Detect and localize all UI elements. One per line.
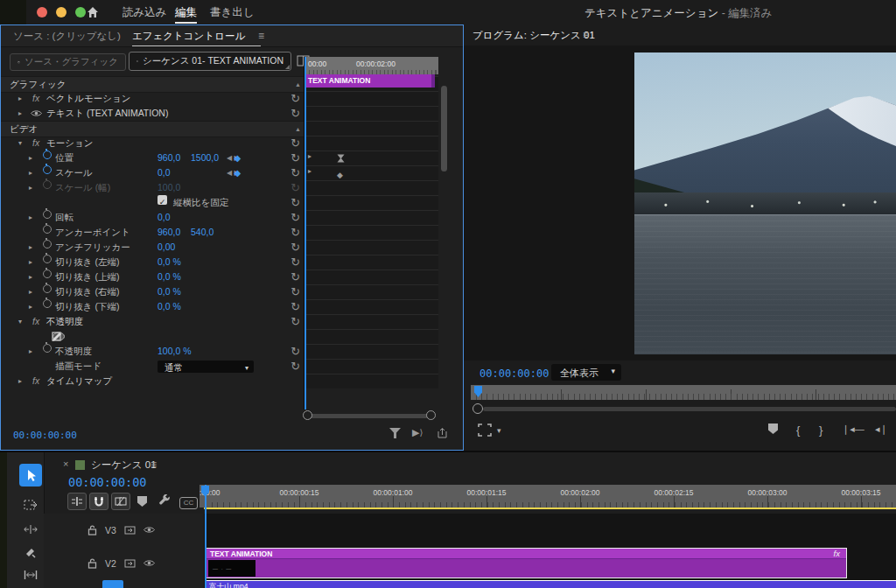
timeline-clip-fujisan[interactable]: 富士山.mp4 xyxy=(206,580,896,588)
ec-row-opacity-effect[interactable]: ▾fx不透明度↺ xyxy=(1,314,305,329)
tab-program-monitor[interactable]: プログラム: シーケンス 01 xyxy=(472,29,595,42)
keyframe-diamond-icon[interactable]: ◆ xyxy=(337,169,343,179)
tab-effect-controls[interactable]: エフェクトコントロール xyxy=(132,30,245,43)
close-tab-icon[interactable]: × xyxy=(63,458,68,469)
timeline-panel-menu-icon[interactable]: ≡ xyxy=(150,458,157,471)
track-select-forward-tool[interactable] xyxy=(19,494,42,515)
ec-row-opacity[interactable]: ▸不透明度100,0 %↺ xyxy=(1,344,305,359)
ec-row-vector-motion[interactable]: ▸fxベクトルモーション↺ xyxy=(1,91,305,106)
close-window-button[interactable] xyxy=(37,7,47,18)
nav-edit[interactable]: 編集 xyxy=(175,5,197,24)
captions-icon[interactable]: CC xyxy=(179,497,198,509)
mark-out-icon[interactable]: } xyxy=(819,424,822,437)
collapse-arrow-icon[interactable]: ▲ xyxy=(295,122,301,136)
source-graphic-button[interactable]: ソース・グラフィック xyxy=(10,53,126,71)
timeline-timecode[interactable]: 00:00:00:00 xyxy=(68,475,146,489)
expander-icon[interactable]: ▾ xyxy=(18,136,22,150)
blend-mode-dropdown[interactable]: 通常▾ xyxy=(158,360,254,373)
slip-tool[interactable] xyxy=(19,564,42,585)
expander-icon[interactable]: ▸ xyxy=(29,240,32,255)
zoom-scrollbar[interactable] xyxy=(307,414,435,418)
vertical-scrollbar[interactable] xyxy=(441,86,447,172)
keyframe-nav[interactable]: ◀ ◆ ▶ xyxy=(227,165,240,180)
param-value[interactable]: 0,0 xyxy=(158,210,171,225)
ripple-edit-tool[interactable] xyxy=(19,519,42,540)
param-value[interactable]: 960,0 xyxy=(158,225,180,240)
reset-icon[interactable]: ↺ xyxy=(290,180,300,195)
filter-properties-icon[interactable] xyxy=(389,428,401,438)
stopwatch-icon[interactable] xyxy=(43,344,52,353)
reset-icon[interactable]: ↺ xyxy=(290,314,300,329)
wrench-icon[interactable] xyxy=(158,494,172,508)
reset-icon[interactable]: ↺ xyxy=(290,359,300,374)
effect-controls-timecode[interactable]: 00:00:00:00 xyxy=(13,430,77,441)
collapse-arrow-icon[interactable]: ▲ xyxy=(295,77,301,92)
expander-icon[interactable]: ▸ xyxy=(29,299,32,314)
source-patch-v1[interactable] xyxy=(102,580,123,588)
sync-lock-icon[interactable] xyxy=(124,559,136,568)
panel-menu-icon[interactable]: ≡ xyxy=(258,30,264,42)
selection-tool[interactable] xyxy=(19,464,42,486)
razor-tool[interactable] xyxy=(19,542,42,563)
param-value[interactable]: 0,0 % xyxy=(158,270,181,284)
param-value[interactable]: 100,0 xyxy=(158,180,180,195)
lane-keyframe-arrow[interactable]: ▸ xyxy=(308,152,312,160)
param-value[interactable]: 960,0 xyxy=(158,150,180,165)
expander-icon[interactable]: ▸ xyxy=(29,255,32,270)
add-marker-icon[interactable] xyxy=(768,424,778,434)
keyframe-lane-area[interactable]: ▸▸◆ xyxy=(305,76,438,388)
export-icon[interactable] xyxy=(437,428,448,438)
expander-icon[interactable]: ▾ xyxy=(18,314,22,329)
visibility-eye-icon[interactable] xyxy=(31,109,42,117)
effect-controls-ruler[interactable]: 00:00 00:00:02:00 xyxy=(305,57,438,74)
step-back-icon[interactable]: ◂❘ xyxy=(875,424,888,435)
reset-icon[interactable]: ↺ xyxy=(290,106,300,121)
toggle-track-output-eye-icon[interactable] xyxy=(144,559,155,567)
stopwatch-icon[interactable] xyxy=(43,210,52,219)
pen-tool[interactable] xyxy=(19,584,42,588)
expander-icon[interactable]: ▸ xyxy=(18,374,22,388)
stopwatch-icon[interactable] xyxy=(43,299,52,308)
stopwatch-icon[interactable] xyxy=(43,180,52,189)
expander-icon[interactable]: ▸ xyxy=(29,284,32,299)
param-value[interactable]: 0,00 xyxy=(158,240,175,255)
param-value[interactable]: 0,0 % xyxy=(158,299,181,314)
lock-icon[interactable] xyxy=(88,558,97,569)
chevron-down-icon[interactable]: ▾ xyxy=(497,426,501,435)
expander-icon[interactable]: ▸ xyxy=(29,180,32,195)
stopwatch-icon[interactable] xyxy=(43,284,52,293)
reset-icon[interactable]: ↺ xyxy=(290,165,300,180)
add-edit-button[interactable] xyxy=(67,493,87,510)
toggle-track-output-eye-icon[interactable] xyxy=(144,526,155,534)
tab-source-monitor[interactable]: ソース : (クリップなし) xyxy=(13,30,121,43)
timeline-ruler[interactable]: 00:00:0000:00:00:1500:00:01:0000:00:01:1… xyxy=(200,485,896,508)
expander-icon[interactable]: ▸ xyxy=(18,106,22,121)
stopwatch-icon[interactable] xyxy=(43,150,52,159)
reset-icon[interactable]: ↺ xyxy=(290,299,300,314)
param-value[interactable]: 0,0 xyxy=(158,165,171,180)
reset-icon[interactable]: ↺ xyxy=(290,150,300,165)
mini-timeline-clip[interactable]: TEXT ANIMATION xyxy=(306,74,431,88)
keyframe-hourglass-icon[interactable] xyxy=(337,154,345,163)
lane-keyframe-arrow[interactable]: ▸ xyxy=(308,167,312,175)
pen-mask-icon[interactable] xyxy=(52,332,63,342)
uniform-scale-checkbox[interactable]: ✓ xyxy=(158,195,167,205)
stopwatch-icon[interactable] xyxy=(43,255,52,263)
param-value[interactable]: 0,0 % xyxy=(158,255,181,270)
keyframe-nav[interactable]: ◀ ◆ ▶ xyxy=(227,150,240,165)
timeline-clip-text-animation[interactable]: TEXT ANIMATION fx — · — xyxy=(206,548,847,578)
nav-import[interactable]: 読み込み xyxy=(122,5,167,20)
reset-icon[interactable]: ↺ xyxy=(290,136,300,150)
ec-row-scale-width[interactable]: ▸スケール (幅)100,0↺ xyxy=(1,180,305,195)
safe-margins-icon[interactable] xyxy=(478,424,492,437)
expander-icon[interactable]: ▸ xyxy=(29,210,32,225)
stopwatch-icon[interactable] xyxy=(43,225,52,234)
stopwatch-icon[interactable] xyxy=(43,165,52,174)
zoom-handle-left[interactable] xyxy=(303,410,312,420)
ec-row-time-remap[interactable]: ▸fxタイムリマップ xyxy=(1,374,305,388)
go-to-in-icon[interactable]: ❘◂— xyxy=(842,424,864,435)
reset-icon[interactable]: ↺ xyxy=(290,270,300,284)
zoom-level-dropdown[interactable]: 全体表示 ▾ xyxy=(551,364,621,381)
reset-icon[interactable]: ↺ xyxy=(290,344,300,359)
program-scroll-handle[interactable] xyxy=(472,403,483,414)
